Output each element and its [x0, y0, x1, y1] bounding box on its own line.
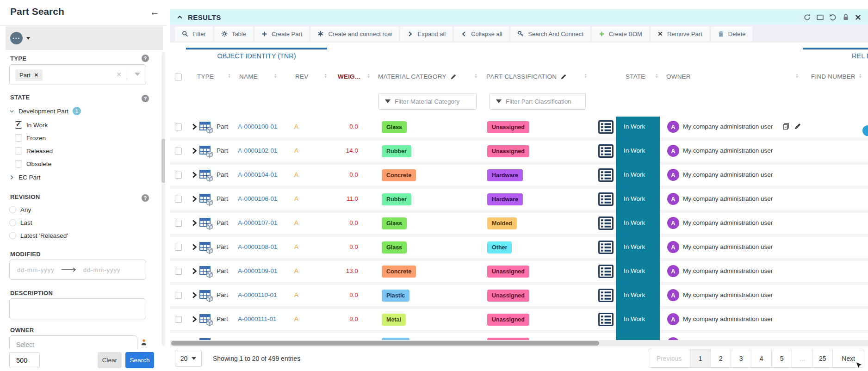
revision-option-latest-released[interactable]: Latest 'Released' — [9, 232, 68, 239]
sort-icon[interactable]: ▲▼ — [584, 73, 587, 79]
classification-chip[interactable]: Other — [487, 241, 512, 254]
expand-row-icon[interactable] — [192, 196, 197, 202]
sort-icon[interactable]: ▲▼ — [228, 73, 231, 79]
classification-chip[interactable]: Unassigned — [487, 314, 529, 326]
page-button-5[interactable]: 5 — [771, 349, 792, 367]
material-chip[interactable]: Glass — [382, 121, 407, 133]
table-row[interactable]: Part A-0000107-01 A 0.0 Glass Molded In … — [170, 213, 868, 237]
edit-pencil-icon[interactable] — [560, 74, 567, 80]
filter-button[interactable]: Filter — [175, 26, 213, 41]
column-header-rev[interactable]: REV — [295, 73, 308, 80]
collapse-panel-icon[interactable]: ← — [150, 6, 160, 18]
select-all-checkbox[interactable] — [175, 74, 182, 80]
part-name-link[interactable]: A-0000110-01 — [238, 291, 277, 298]
page-button-1[interactable]: 1 — [690, 349, 710, 367]
classification-chip[interactable]: Unassigned — [487, 121, 529, 133]
create-part-button[interactable]: Create Part — [254, 26, 309, 41]
table-row[interactable]: Part A-0000109-01 A 13.0 Concrete Unassi… — [170, 261, 868, 285]
tab-object-identity[interactable]: OBJECT IDENTITY (TNR) — [186, 48, 327, 60]
details-form-icon[interactable] — [598, 192, 614, 206]
previous-page-button[interactable]: Previous — [648, 349, 690, 367]
horizontal-scrollbar-track[interactable] — [170, 340, 868, 346]
column-header-material[interactable]: MATERIAL CATEGORY — [378, 73, 457, 80]
details-form-icon[interactable] — [598, 144, 614, 158]
column-header-name[interactable]: NAME — [239, 73, 258, 80]
type-combobox[interactable]: Part✕ ✕ — [9, 64, 146, 85]
type-help-icon[interactable]: ? — [142, 55, 149, 62]
material-chip[interactable]: Concrete — [382, 169, 416, 181]
row-checkbox[interactable] — [175, 196, 182, 203]
maximize-icon[interactable] — [816, 13, 824, 21]
remove-type-token-icon[interactable]: ✕ — [34, 72, 38, 78]
row-checkbox[interactable] — [175, 148, 182, 155]
column-header-type[interactable]: TYPE — [197, 73, 214, 80]
sort-icon[interactable]: ▲▼ — [655, 73, 658, 79]
checkbox[interactable] — [15, 147, 22, 155]
part-name-link[interactable]: A-0000108-01 — [238, 243, 278, 250]
material-chip[interactable]: Metal — [382, 314, 406, 326]
description-input[interactable] — [9, 298, 146, 319]
material-chip[interactable]: Rubber — [382, 145, 411, 157]
tab-rel-data[interactable]: REL DA — [803, 48, 868, 60]
menu-caret-icon[interactable] — [26, 37, 30, 40]
classification-filter-input[interactable]: Filter Part Classification — [490, 93, 586, 110]
classification-chip[interactable]: Unassigned — [487, 145, 529, 157]
radio-button[interactable] — [9, 219, 16, 226]
part-name-link[interactable]: A-0000109-01 — [238, 267, 278, 274]
material-chip[interactable]: Plastic — [382, 290, 409, 302]
table-row[interactable]: Plastic Unassigned A — [170, 333, 868, 340]
revision-option-last[interactable]: Last — [9, 219, 32, 226]
details-form-icon[interactable] — [598, 313, 614, 326]
refresh-icon[interactable] — [803, 13, 811, 21]
sort-icon[interactable]: ▲▼ — [859, 73, 862, 79]
radio-button[interactable] — [9, 232, 16, 239]
search-and-connect-button[interactable]: Search And Connect — [510, 26, 590, 41]
expand-row-icon[interactable] — [192, 148, 197, 154]
row-checkbox[interactable] — [175, 244, 182, 251]
page-button-4[interactable]: 4 — [751, 349, 771, 367]
radio-button[interactable] — [9, 206, 16, 213]
type-dropdown-icon[interactable] — [135, 73, 140, 76]
sort-icon[interactable]: ▲▼ — [795, 73, 799, 79]
close-icon[interactable] — [855, 14, 862, 21]
ellipsis-menu-button[interactable]: ··· — [10, 32, 23, 44]
search-button[interactable]: Search — [125, 352, 154, 368]
material-chip[interactable]: Rubber — [382, 193, 411, 205]
details-form-icon[interactable] — [598, 289, 614, 302]
expand-row-icon[interactable] — [192, 316, 197, 322]
copy-icon[interactable] — [782, 123, 790, 130]
clear-button[interactable]: Clear — [98, 352, 122, 368]
row-checkbox[interactable] — [175, 268, 182, 275]
part-name-link[interactable]: A-0000111-01 — [238, 315, 277, 322]
expand-row-icon[interactable] — [192, 220, 197, 226]
state-option-in-work[interactable]: In Work — [15, 121, 48, 129]
row-checkbox[interactable] — [175, 124, 182, 130]
state-option-released[interactable]: Released — [15, 147, 53, 155]
sort-icon[interactable]: ▲▼ — [367, 73, 370, 79]
classification-chip[interactable]: Hardware — [487, 169, 523, 181]
checkbox-checked[interactable] — [15, 121, 22, 129]
table-row[interactable]: Part A-0000111-01 A 0.0 Metal Unassigned… — [170, 309, 868, 333]
expand-row-icon[interactable] — [192, 244, 197, 250]
sort-icon[interactable]: ▲▼ — [474, 73, 477, 79]
column-header-state[interactable]: STATE — [626, 73, 645, 80]
date-from-placeholder[interactable]: dd-mm-yyyy — [17, 266, 55, 273]
create-bom-button[interactable]: Create BOM — [592, 26, 649, 41]
classification-chip[interactable]: Hardware — [487, 193, 523, 205]
delete-button[interactable]: Delete — [711, 26, 753, 41]
table-row[interactable]: Part A-0000110-01 A 0.0 Plastic Unassign… — [170, 285, 868, 309]
checkbox[interactable] — [15, 160, 22, 167]
details-form-icon[interactable] — [598, 216, 614, 230]
horizontal-scrollbar-thumb[interactable] — [171, 341, 599, 346]
max-results-input[interactable] — [9, 352, 40, 368]
date-to-placeholder[interactable]: dd-mm-yyyy — [83, 266, 121, 273]
classification-chip[interactable]: Molded — [487, 217, 517, 229]
state-group-ec-part[interactable]: EC Part — [9, 174, 40, 181]
details-form-icon[interactable] — [598, 241, 614, 254]
revision-help-icon[interactable]: ? — [142, 194, 149, 202]
part-name-link[interactable]: A-0000104-01 — [238, 171, 278, 178]
page-button-25[interactable]: 25 — [812, 349, 832, 367]
type-token[interactable]: Part✕ — [15, 69, 43, 81]
state-help-icon[interactable]: ? — [142, 95, 149, 102]
collapse-results-icon[interactable] — [177, 14, 183, 20]
